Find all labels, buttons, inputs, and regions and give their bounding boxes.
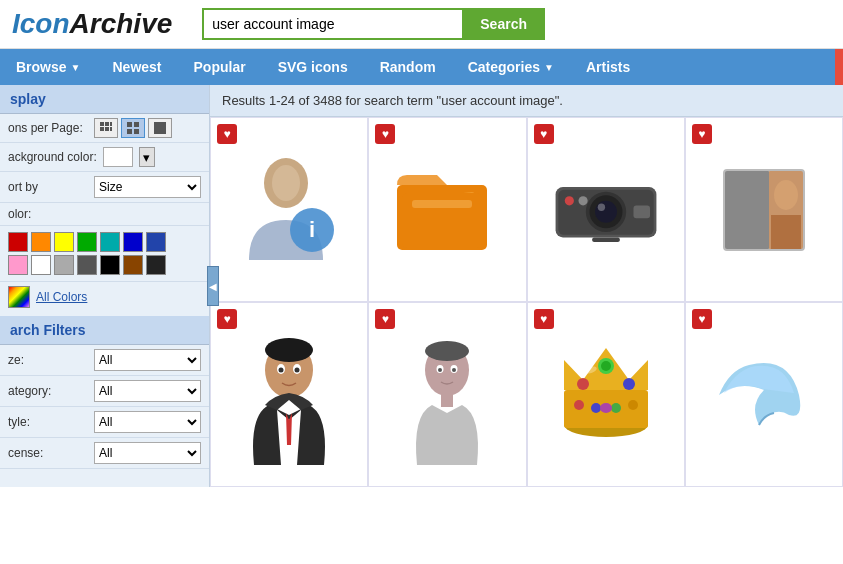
svg-rect-3 <box>100 127 104 131</box>
color-brown[interactable] <box>123 255 143 275</box>
svg-point-24 <box>595 200 617 222</box>
icon-camera-img <box>551 155 661 265</box>
favorite-badge-2[interactable]: ♥ <box>375 124 395 144</box>
icon-cell-businessman[interactable]: ♥ <box>210 302 368 487</box>
color-green[interactable] <box>77 232 97 252</box>
color-lightgray[interactable] <box>54 255 74 275</box>
favorite-badge-7[interactable]: ♥ <box>534 309 554 329</box>
all-colors-icon[interactable] <box>8 286 30 308</box>
license-filter-label: cense: <box>8 446 88 460</box>
svg-rect-1 <box>105 122 109 126</box>
svg-rect-29 <box>592 237 620 242</box>
icon-cell-person[interactable]: ♥ <box>368 302 526 487</box>
license-filter-select[interactable]: All <box>94 442 201 464</box>
sort-by-select[interactable]: Size Date Name Downloads <box>94 176 201 198</box>
svg-point-55 <box>623 378 635 390</box>
color-pink[interactable] <box>8 255 28 275</box>
bg-color-box[interactable] <box>103 147 133 167</box>
sidebar: splay ons per Page: ackground color: ▾ <box>0 85 210 487</box>
results-summary: Results 1-24 of 3488 for search term "us… <box>222 93 563 108</box>
category-filter-select[interactable]: All <box>94 380 201 402</box>
svg-rect-2 <box>110 122 112 126</box>
view-medium-grid[interactable] <box>121 118 145 138</box>
size-filter-select[interactable]: AllSmallMediumLarge <box>94 349 201 371</box>
style-filter-label: tyle: <box>8 415 88 429</box>
license-filter-row: cense: All <box>0 438 209 469</box>
color-row-2 <box>8 255 201 275</box>
svg-point-27 <box>578 196 587 205</box>
favorite-badge-5[interactable]: ♥ <box>217 309 237 329</box>
all-colors-row: All Colors <box>0 281 209 312</box>
svg-point-54 <box>577 378 589 390</box>
icon-folder-img <box>392 155 502 265</box>
view-large-grid[interactable] <box>148 118 172 138</box>
svg-point-56 <box>574 400 584 410</box>
svg-rect-7 <box>134 122 139 127</box>
svg-rect-0 <box>100 122 104 126</box>
color-orange[interactable] <box>31 232 51 252</box>
color-darkblue[interactable] <box>146 232 166 252</box>
color-gray[interactable] <box>77 255 97 275</box>
nav-svg-icons[interactable]: SVG icons <box>262 49 364 85</box>
favorite-badge-3[interactable]: ♥ <box>534 124 554 144</box>
search-input[interactable] <box>202 8 462 40</box>
svg-rect-48 <box>441 393 453 407</box>
icon-cell-photo[interactable]: ♥ <box>685 117 843 302</box>
color-label-row: olor: <box>0 203 209 226</box>
svg-text:i: i <box>309 217 315 242</box>
nav-categories[interactable]: Categories ▼ <box>452 49 570 85</box>
navbar: Browse ▼ Newest Popular SVG icons Random… <box>0 49 843 85</box>
style-filter-row: tyle: All <box>0 407 209 438</box>
color-blue[interactable] <box>123 232 143 252</box>
all-colors-label[interactable]: All Colors <box>36 290 87 304</box>
bg-color-label: ackground color: <box>8 150 97 164</box>
color-red[interactable] <box>8 232 28 252</box>
icon-cell-crown[interactable]: ♥ <box>527 302 685 487</box>
svg-point-40 <box>279 367 284 372</box>
logo[interactable]: IconArchive <box>12 8 172 40</box>
search-filters-title: arch Filters <box>0 316 209 345</box>
svg-point-60 <box>600 403 612 413</box>
favorite-badge-1[interactable]: ♥ <box>217 124 237 144</box>
bg-color-dropdown[interactable]: ▾ <box>139 147 155 167</box>
icon-cell-bird[interactable]: ♥ <box>685 302 843 487</box>
icons-per-page-row: ons per Page: <box>0 114 209 143</box>
size-filter-row: ze: AllSmallMediumLarge <box>0 345 209 376</box>
svg-rect-5 <box>110 127 112 131</box>
color-teal[interactable] <box>100 232 120 252</box>
icon-cell-camera[interactable]: ♥ <box>527 117 685 302</box>
icon-cell-folder[interactable]: ♥ <box>368 117 526 302</box>
svg-point-46 <box>438 368 442 372</box>
svg-point-41 <box>295 367 300 372</box>
style-filter-select[interactable]: All <box>94 411 201 433</box>
svg-point-32 <box>774 180 798 210</box>
view-small-grid[interactable] <box>94 118 118 138</box>
content: Results 1-24 of 3488 for search term "us… <box>210 85 843 487</box>
svg-rect-33 <box>771 215 801 250</box>
icon-cell-user-info[interactable]: ♥ i <box>210 117 368 302</box>
color-white[interactable] <box>31 255 51 275</box>
color-darkgray[interactable] <box>146 255 166 275</box>
nav-red-accent <box>835 49 843 85</box>
color-yellow[interactable] <box>54 232 74 252</box>
svg-point-58 <box>611 403 621 413</box>
color-black[interactable] <box>100 255 120 275</box>
sidebar-collapse-btn[interactable]: ◀ <box>207 266 219 306</box>
favorite-badge-6[interactable]: ♥ <box>375 309 395 329</box>
color-row-1 <box>8 232 201 252</box>
favorite-badge-4[interactable]: ♥ <box>692 124 712 144</box>
nav-random[interactable]: Random <box>364 49 452 85</box>
favorite-badge-8[interactable]: ♥ <box>692 309 712 329</box>
svg-rect-6 <box>127 122 132 127</box>
svg-point-43 <box>425 341 469 361</box>
search-button[interactable]: Search <box>462 8 545 40</box>
svg-point-57 <box>591 403 601 413</box>
icon-photo-img <box>709 155 819 265</box>
nav-browse[interactable]: Browse ▼ <box>0 49 96 85</box>
svg-point-53 <box>601 361 611 371</box>
nav-popular[interactable]: Popular <box>178 49 262 85</box>
nav-artists[interactable]: Artists <box>570 49 646 85</box>
main: splay ons per Page: ackground color: ▾ <box>0 85 843 487</box>
sort-by-label: ort by <box>8 180 88 194</box>
nav-newest[interactable]: Newest <box>96 49 177 85</box>
